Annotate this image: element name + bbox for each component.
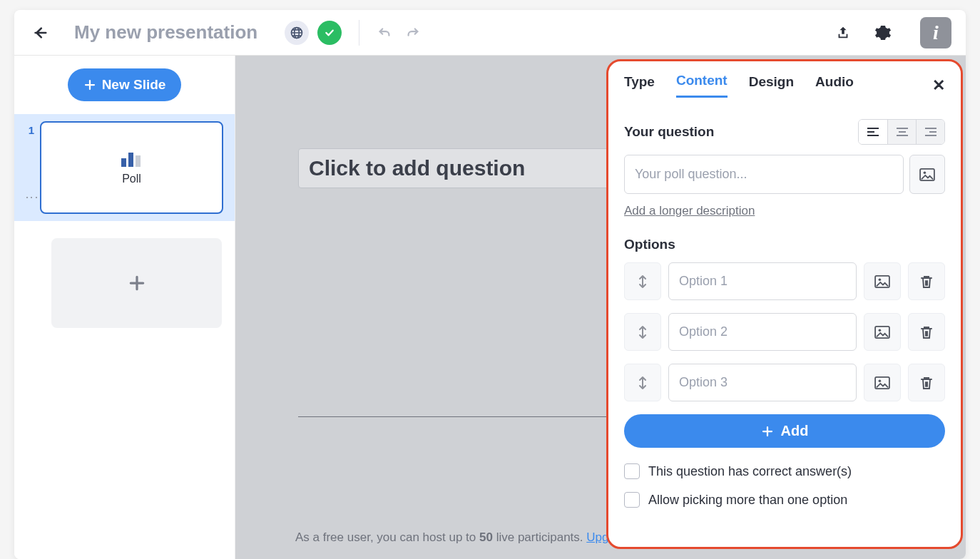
slide-row[interactable]: 1 Poll ⋮ — [14, 114, 235, 221]
option-delete-button[interactable] — [908, 262, 945, 300]
drag-handle[interactable] — [624, 364, 661, 401]
checkbox-multi-label: Allow picking more than one option — [648, 493, 847, 508]
option-row — [624, 364, 945, 401]
new-slide-label: New Slide — [102, 77, 166, 93]
drag-handle[interactable] — [624, 262, 661, 300]
footer-limit: 50 — [479, 530, 493, 544]
arrow-left-icon — [32, 25, 48, 41]
option-input[interactable] — [668, 313, 857, 351]
info-button[interactable]: i — [920, 17, 951, 48]
plus-icon — [761, 425, 774, 438]
editor-panel: Type Content Design Audio ✕ Your questio… — [606, 59, 963, 549]
plus-icon — [128, 274, 146, 292]
question-input[interactable] — [624, 155, 904, 194]
option-image-button[interactable] — [864, 262, 901, 300]
trash-icon — [920, 325, 933, 339]
option-row — [624, 262, 945, 300]
close-panel-button[interactable]: ✕ — [932, 76, 945, 95]
svg-rect-4 — [136, 155, 141, 167]
redo-icon — [405, 25, 421, 41]
tab-content[interactable]: Content — [676, 73, 728, 98]
public-button[interactable] — [285, 21, 309, 45]
your-question-label: Your question — [624, 124, 714, 140]
option-row — [624, 313, 945, 351]
add-description-link[interactable]: Add a longer description — [624, 204, 755, 218]
presentation-title[interactable]: My new presentation — [74, 21, 257, 43]
trash-icon — [920, 275, 933, 289]
back-button[interactable] — [29, 21, 51, 44]
gear-icon — [874, 24, 892, 41]
share-icon — [835, 25, 851, 41]
add-slide-card[interactable] — [51, 238, 222, 328]
undo-icon — [377, 25, 392, 41]
svg-rect-2 — [121, 158, 126, 167]
add-button-label: Add — [781, 423, 809, 439]
option-image-button[interactable] — [864, 313, 901, 351]
drag-vertical-icon — [638, 375, 648, 391]
align-right-button[interactable] — [916, 120, 944, 144]
checkbox-row-correct[interactable]: This question has correct answer(s) — [624, 463, 945, 479]
align-right-icon — [924, 127, 937, 137]
align-group — [858, 119, 945, 145]
checkbox-correct[interactable] — [624, 463, 640, 479]
slide-sidebar: New Slide 1 Poll ⋮ — [14, 56, 235, 559]
svg-point-6 — [924, 171, 927, 174]
drag-vertical-icon — [638, 274, 648, 289]
add-option-button[interactable]: Add — [624, 414, 945, 448]
image-icon — [919, 168, 935, 181]
image-icon — [874, 376, 890, 389]
align-left-icon — [867, 127, 879, 137]
drag-vertical-icon — [638, 324, 648, 340]
bar-chart-icon — [120, 150, 144, 168]
svg-point-10 — [879, 329, 882, 332]
footer-text: As a free user, you can host up to — [295, 530, 479, 544]
image-icon — [874, 275, 890, 288]
option-delete-button[interactable] — [908, 313, 945, 351]
align-center-button[interactable] — [887, 120, 916, 144]
option-input[interactable] — [668, 364, 857, 401]
body: New Slide 1 Poll ⋮ — [14, 56, 966, 559]
drag-handle[interactable] — [624, 313, 661, 351]
globe-icon — [290, 26, 304, 40]
undo-button[interactable] — [377, 25, 397, 41]
slide-thumbnail-label: Poll — [122, 173, 141, 185]
settings-button[interactable] — [873, 23, 893, 43]
topbar: My new presentation i — [14, 10, 966, 56]
share-button[interactable] — [833, 23, 853, 43]
svg-point-8 — [879, 278, 882, 281]
check-icon — [324, 27, 335, 39]
svg-point-12 — [879, 379, 882, 382]
footer-text: live participants. — [493, 530, 586, 544]
tab-type[interactable]: Type — [624, 74, 655, 97]
option-image-button[interactable] — [864, 364, 901, 401]
plus-icon — [83, 78, 96, 91]
checkbox-multi[interactable] — [624, 492, 640, 508]
slide-number: 1 — [21, 124, 34, 136]
option-input[interactable] — [668, 262, 857, 300]
saved-button[interactable] — [317, 21, 342, 45]
checkbox-row-multi[interactable]: Allow picking more than one option — [624, 492, 945, 508]
tab-audio[interactable]: Audio — [815, 74, 854, 97]
align-left-button[interactable] — [859, 120, 887, 144]
options-label: Options — [624, 237, 945, 252]
slide-menu-button[interactable]: ⋮ — [30, 191, 34, 203]
checkbox-correct-label: This question has correct answer(s) — [648, 464, 852, 479]
app-window: My new presentation i — [14, 10, 966, 559]
slide-thumbnail[interactable]: Poll — [40, 121, 223, 214]
align-center-icon — [896, 127, 909, 137]
redo-button[interactable] — [405, 25, 425, 41]
svg-rect-3 — [128, 153, 133, 167]
separator — [359, 20, 359, 46]
tab-design[interactable]: Design — [749, 74, 794, 97]
panel-tabs: Type Content Design Audio ✕ — [624, 73, 945, 98]
question-image-button[interactable] — [909, 155, 945, 194]
new-slide-button[interactable]: New Slide — [68, 68, 182, 101]
option-delete-button[interactable] — [908, 364, 945, 401]
image-icon — [874, 326, 890, 339]
trash-icon — [920, 376, 933, 390]
